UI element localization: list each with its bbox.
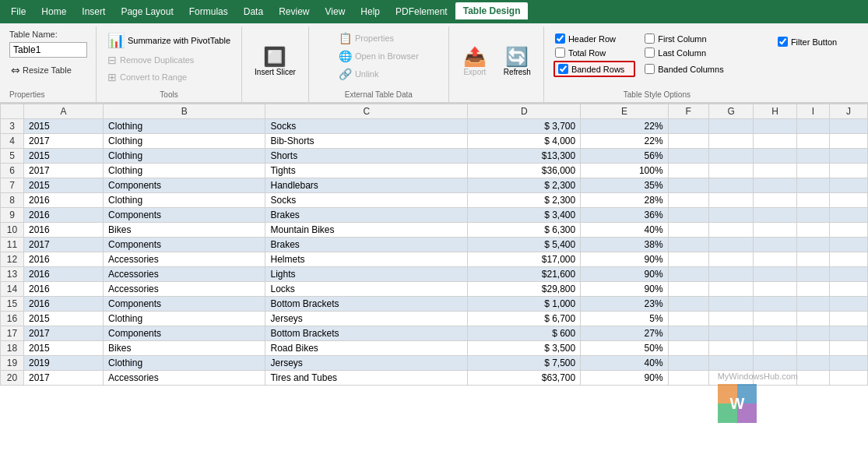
table-row: 52015ClothingShorts$13,30056% [1,149,868,164]
refresh-icon: 🔄 [505,48,529,66]
menu-pdfelement[interactable]: PDFelement [388,3,455,20]
table-row: 62017ClothingTights$36,000100% [1,164,868,178]
summarize-icon: 📊 [107,32,125,49]
export-icon: 📤 [463,48,487,66]
menu-home[interactable]: Home [33,3,74,20]
table-row: 82016ClothingSocks$ 2,30028% [1,193,868,208]
properties-label: Properties [9,90,45,100]
corner-header [1,104,24,119]
tools-label: Tools [160,90,177,100]
menu-table-design[interactable]: Table Design [455,2,529,21]
menu-review[interactable]: Review [271,3,317,20]
spreadsheet: A B C D E F G H I J 32015ClothingSocks$ … [0,104,868,458]
menu-help[interactable]: Help [353,3,388,20]
col-i[interactable]: I [797,104,830,119]
table-row: 112017ComponentsBrakes$ 5,40038% [1,238,868,252]
properties-button[interactable]: 📋 Properties [334,30,399,47]
table-row: 182015BikesRoad Bikes$ 3,50050% [1,341,868,356]
banded-rows-checkbox[interactable]: Banded Rows [553,61,635,77]
ribbon-content: Table Name: ⇔ Resize Table Properties 📊 … [0,23,868,103]
external-data-group: 📋 Properties 🌐 Open in Browser 🔗 Unlink … [309,26,449,102]
ribbon: File Home Insert Page Layout Formulas Da… [0,0,868,104]
convert-to-range-button[interactable]: ⊞ Convert to Range [103,69,192,86]
resize-icon: ⇔ [11,64,20,76]
col-d[interactable]: D [468,104,581,119]
export-refresh-group: 📤 Export 🔄 Refresh [449,26,544,102]
slicer-icon: 🔲 [263,48,286,66]
style-checkboxes: Header Row First Column Total Row Last C… [550,30,729,80]
table-row: 132016AccessoriesLights$21,60090% [1,267,868,282]
menu-file[interactable]: File [3,3,33,20]
watermark-logo: W [718,384,798,423]
watermark: MyWindowsHub.com W [718,372,798,423]
last-column-checkbox[interactable]: Last Column [643,47,725,58]
svg-text:W: W [729,395,744,412]
table-row: 142016AccessoriesLocks$29,80090% [1,282,868,297]
menu-page-layout[interactable]: Page Layout [113,3,181,20]
watermark-text: MyWindowsHub.com [718,372,798,381]
first-column-checkbox[interactable]: First Column [643,33,725,44]
refresh-button[interactable]: 🔄 Refresh [497,44,537,79]
open-in-browser-button[interactable]: 🌐 Open in Browser [334,48,423,65]
col-c[interactable]: C [265,104,468,119]
properties-group: Table Name: ⇔ Resize Table Properties [3,26,97,102]
table-row: 92016ComponentsBrakes$ 3,40036% [1,208,868,223]
table-row: 162015ClothingJerseys$ 6,7005% [1,312,868,326]
col-a[interactable]: A [24,104,104,119]
remove-duplicates-button[interactable]: ⊟ Remove Duplicates [103,51,199,69]
menu-view[interactable]: View [318,3,353,20]
table-row: 32015ClothingSocks$ 3,70022% [1,119,868,134]
header-row-checkbox[interactable]: Header Row [553,33,635,44]
table-row: 102016BikesMountain Bikes$ 6,30040% [1,223,868,238]
col-g[interactable]: G [708,104,753,119]
insert-slicer-group: 🔲 Insert Slicer [242,26,309,102]
unlink-icon: 🔗 [339,68,352,80]
col-e[interactable]: E [581,104,668,119]
menu-insert[interactable]: Insert [74,3,113,20]
style-options-group: Header Row First Column Total Row Last C… [544,26,770,102]
table-name-input[interactable] [9,42,87,58]
remove-dup-icon: ⊟ [107,54,117,66]
col-j[interactable]: J [830,104,868,119]
resize-table-button[interactable]: ⇔ Resize Table [9,62,73,78]
filter-button-group: Filter Button [770,26,845,102]
browser-icon: 🌐 [339,50,352,62]
summarize-button[interactable]: 📊 Summarize with PivotTable [103,30,235,51]
menu-data[interactable]: Data [236,3,271,20]
table-row: 72015ComponentsHandlebars$ 2,30035% [1,178,868,193]
menu-bar: File Home Insert Page Layout Formulas Da… [0,0,868,23]
col-f[interactable]: F [668,104,708,119]
table-row: 172017ComponentsBottom Brackets$ 60027% [1,326,868,341]
unlink-button[interactable]: 🔗 Unlink [334,65,384,83]
tools-group: 📊 Summarize with PivotTable ⊟ Remove Dup… [97,26,242,102]
convert-icon: ⊞ [107,71,117,83]
menu-formulas[interactable]: Formulas [181,3,236,20]
total-row-checkbox[interactable]: Total Row [553,47,635,58]
banded-columns-checkbox[interactable]: Banded Columns [643,61,725,77]
external-data-label: External Table Data [345,90,413,100]
col-h[interactable]: H [754,104,797,119]
insert-slicer-button[interactable]: 🔲 Insert Slicer [248,44,302,80]
table-row: 152016ComponentsBottom Brackets$ 1,00023… [1,297,868,312]
filter-button-checkbox[interactable]: Filter Button [776,36,838,48]
last-column-label: Last Column [658,48,706,58]
export-button[interactable]: 📤 Export [455,44,494,79]
table-row: 192019ClothingJerseys$ 7,50040% [1,356,868,371]
style-options-label: Table Style Options [624,90,691,100]
table-row: 42017ClothingBib-Shorts$ 4,00022% [1,134,868,149]
col-b[interactable]: B [104,104,265,119]
properties-icon: 📋 [339,32,352,44]
sheet-table: A B C D E F G H I J 32015ClothingSocks$ … [0,104,868,386]
table-row: 122016AccessoriesHelmets$17,00090% [1,252,868,267]
table-name-label: Table Name: [9,30,58,39]
